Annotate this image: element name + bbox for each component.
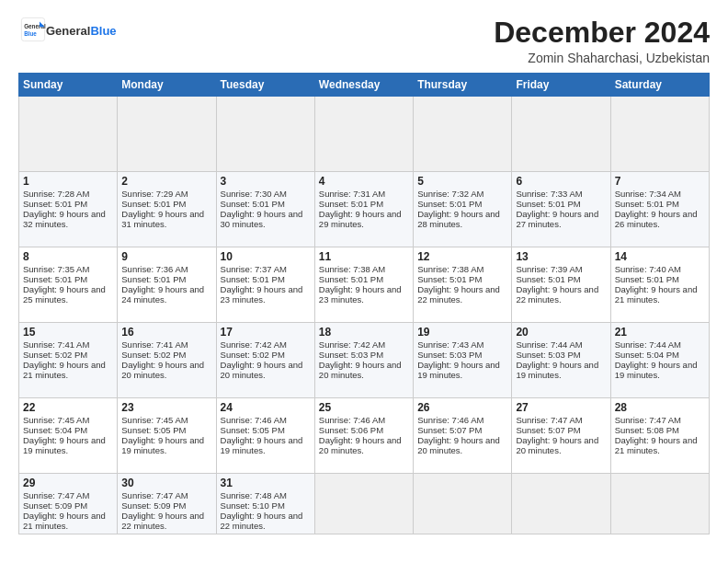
calendar-cell: 21 Sunrise: 7:44 AM Sunset: 5:04 PM Dayl… — [610, 323, 709, 398]
daylight-label: Daylight: 9 hours and 32 minutes. — [23, 209, 106, 229]
logo-blue: Blue — [90, 24, 116, 38]
sunrise-label: Sunrise: 7:41 AM — [121, 339, 188, 350]
daylight-label: Daylight: 9 hours and 20 minutes. — [417, 435, 500, 455]
sunrise-label: Sunrise: 7:46 AM — [417, 415, 483, 425]
sunset-label: Sunset: 5:01 PM — [121, 199, 186, 209]
calendar-cell — [512, 474, 610, 534]
sunset-label: Sunset: 5:05 PM — [221, 425, 285, 435]
day-number: 29 — [23, 477, 113, 489]
sunset-label: Sunset: 5:03 PM — [516, 350, 580, 360]
sunrise-label: Sunrise: 7:45 AM — [121, 415, 188, 425]
day-number: 2 — [121, 175, 211, 188]
day-number: 10 — [221, 250, 311, 263]
calendar-cell: 2 Sunrise: 7:29 AM Sunset: 5:01 PM Dayli… — [118, 172, 216, 247]
sunset-label: Sunset: 5:01 PM — [121, 274, 186, 284]
header-friday: Friday — [512, 74, 610, 97]
calendar-cell: 10 Sunrise: 7:37 AM Sunset: 5:01 PM Dayl… — [216, 247, 314, 323]
day-number: 12 — [417, 250, 507, 263]
sunset-label: Sunset: 5:07 PM — [516, 425, 580, 435]
sunrise-label: Sunrise: 7:44 AM — [615, 339, 681, 350]
day-number: 18 — [319, 326, 409, 339]
sunrise-label: Sunrise: 7:42 AM — [319, 339, 385, 350]
day-number: 16 — [121, 326, 211, 339]
day-number: 31 — [221, 477, 311, 489]
sunrise-label: Sunrise: 7:38 AM — [319, 264, 385, 274]
calendar-cell: 3 Sunrise: 7:30 AM Sunset: 5:01 PM Dayli… — [216, 172, 314, 247]
calendar-cell: 1 Sunrise: 7:28 AM Sunset: 5:01 PM Dayli… — [19, 172, 118, 247]
calendar-cell: 15 Sunrise: 7:41 AM Sunset: 5:02 PM Dayl… — [19, 323, 118, 398]
sunset-label: Sunset: 5:06 PM — [319, 425, 383, 435]
calendar-cell: 22 Sunrise: 7:45 AM Sunset: 5:04 PM Dayl… — [19, 398, 118, 474]
calendar-cell: 12 Sunrise: 7:38 AM Sunset: 5:01 PM Dayl… — [414, 247, 512, 323]
day-number: 3 — [221, 175, 311, 188]
calendar-cell: 14 Sunrise: 7:40 AM Sunset: 5:01 PM Dayl… — [610, 247, 709, 323]
sunset-label: Sunset: 5:01 PM — [221, 199, 285, 209]
daylight-label: Daylight: 9 hours and 23 minutes. — [221, 284, 303, 304]
sunset-label: Sunset: 5:02 PM — [121, 350, 186, 360]
sunrise-label: Sunrise: 7:47 AM — [23, 490, 89, 500]
day-number: 17 — [221, 326, 311, 339]
sunrise-label: Sunrise: 7:37 AM — [221, 264, 287, 274]
header-tuesday: Tuesday — [216, 74, 314, 97]
sunrise-label: Sunrise: 7:28 AM — [23, 189, 89, 199]
calendar-cell: 19 Sunrise: 7:43 AM Sunset: 5:03 PM Dayl… — [414, 323, 512, 398]
sunset-label: Sunset: 5:01 PM — [615, 274, 679, 284]
daylight-label: Daylight: 9 hours and 27 minutes. — [516, 209, 598, 229]
calendar-cell: 17 Sunrise: 7:42 AM Sunset: 5:02 PM Dayl… — [216, 323, 314, 398]
sunset-label: Sunset: 5:01 PM — [516, 199, 580, 209]
sunrise-label: Sunrise: 7:45 AM — [23, 415, 89, 425]
calendar-cell — [216, 97, 314, 172]
day-headers: Sunday Monday Tuesday Wednesday Thursday… — [19, 74, 710, 97]
day-number: 4 — [319, 175, 409, 188]
calendar-cell: 28 Sunrise: 7:47 AM Sunset: 5:08 PM Dayl… — [610, 398, 709, 474]
daylight-label: Daylight: 9 hours and 28 minutes. — [417, 209, 500, 229]
sunset-label: Sunset: 5:01 PM — [417, 199, 482, 209]
daylight-label: Daylight: 9 hours and 20 minutes. — [319, 435, 402, 455]
calendar-cell — [314, 474, 413, 534]
calendar-cell: 7 Sunrise: 7:34 AM Sunset: 5:01 PM Dayli… — [610, 172, 709, 247]
sunrise-label: Sunrise: 7:47 AM — [516, 415, 582, 425]
day-number: 6 — [516, 175, 606, 188]
sunrise-label: Sunrise: 7:47 AM — [121, 490, 188, 500]
daylight-label: Daylight: 9 hours and 21 minutes. — [615, 435, 698, 455]
daylight-label: Daylight: 9 hours and 20 minutes. — [516, 435, 598, 455]
day-number: 8 — [23, 250, 113, 263]
daylight-label: Daylight: 9 hours and 19 minutes. — [516, 360, 598, 380]
day-number: 13 — [516, 250, 606, 263]
day-number: 19 — [417, 326, 507, 339]
calendar-cell: 23 Sunrise: 7:45 AM Sunset: 5:05 PM Dayl… — [118, 398, 216, 474]
daylight-label: Daylight: 9 hours and 23 minutes. — [319, 284, 402, 304]
daylight-label: Daylight: 9 hours and 19 minutes. — [417, 360, 500, 380]
header-monday: Monday — [118, 74, 216, 97]
sunset-label: Sunset: 5:03 PM — [417, 350, 482, 360]
daylight-label: Daylight: 9 hours and 24 minutes. — [121, 284, 204, 304]
title-block: December 2024 Zomin Shaharchasi, Uzbekis… — [494, 17, 710, 65]
day-number: 5 — [417, 175, 507, 188]
sunrise-label: Sunrise: 7:36 AM — [121, 264, 188, 274]
calendar-cell: 31 Sunrise: 7:48 AM Sunset: 5:10 PM Dayl… — [216, 474, 314, 534]
header-saturday: Saturday — [610, 74, 709, 97]
sunset-label: Sunset: 5:08 PM — [615, 425, 679, 435]
daylight-label: Daylight: 9 hours and 30 minutes. — [221, 209, 303, 229]
calendar-cell — [610, 474, 709, 534]
sunset-label: Sunset: 5:04 PM — [615, 350, 679, 360]
sunrise-label: Sunrise: 7:34 AM — [615, 189, 681, 199]
sunrise-label: Sunrise: 7:48 AM — [221, 490, 287, 500]
calendar-cell: 16 Sunrise: 7:41 AM Sunset: 5:02 PM Dayl… — [118, 323, 216, 398]
daylight-label: Daylight: 9 hours and 19 minutes. — [121, 435, 204, 455]
day-number: 21 — [615, 326, 705, 339]
calendar-cell: 25 Sunrise: 7:46 AM Sunset: 5:06 PM Dayl… — [314, 398, 413, 474]
sunset-label: Sunset: 5:01 PM — [23, 199, 87, 209]
sunrise-label: Sunrise: 7:47 AM — [615, 415, 681, 425]
day-number: 20 — [516, 326, 606, 339]
daylight-label: Daylight: 9 hours and 19 minutes. — [23, 435, 106, 455]
sunset-label: Sunset: 5:01 PM — [615, 199, 679, 209]
calendar-cell: 5 Sunrise: 7:32 AM Sunset: 5:01 PM Dayli… — [414, 172, 512, 247]
logo-general: General — [46, 24, 90, 38]
logo-icon: General Blue — [20, 17, 46, 42]
daylight-label: Daylight: 9 hours and 25 minutes. — [23, 284, 106, 304]
daylight-label: Daylight: 9 hours and 22 minutes. — [417, 284, 500, 304]
sunrise-label: Sunrise: 7:40 AM — [615, 264, 681, 274]
daylight-label: Daylight: 9 hours and 20 minutes. — [221, 360, 303, 380]
location: Zomin Shaharchasi, Uzbekistan — [494, 51, 710, 65]
